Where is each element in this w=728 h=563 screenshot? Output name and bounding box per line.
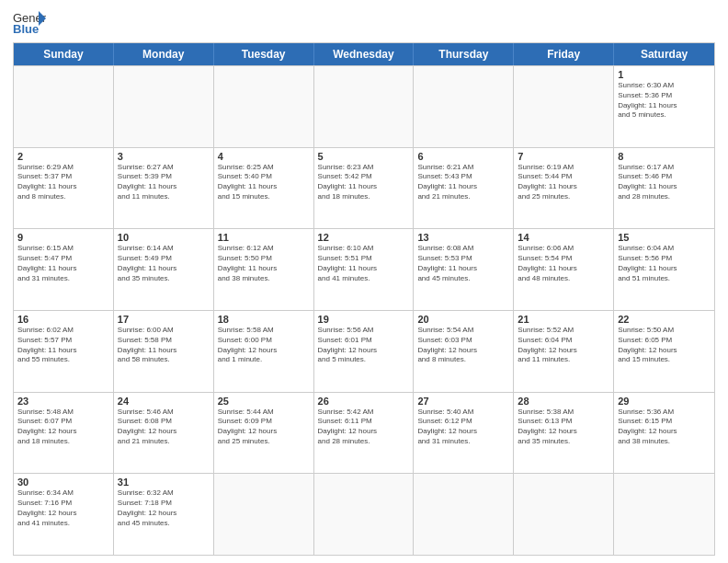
day-info: Sunrise: 6:04 AM Sunset: 5:56 PM Dayligh…	[618, 244, 711, 283]
calendar-cell-2-6: 15Sunrise: 6:04 AM Sunset: 5:56 PM Dayli…	[614, 229, 714, 310]
calendar-cell-3-6: 22Sunrise: 5:50 AM Sunset: 6:05 PM Dayli…	[614, 311, 714, 392]
day-number: 23	[17, 396, 109, 407]
day-info: Sunrise: 6:21 AM Sunset: 5:43 PM Dayligh…	[417, 163, 509, 202]
calendar-row-5: 30Sunrise: 6:34 AM Sunset: 7:16 PM Dayli…	[14, 473, 714, 555]
day-info: Sunrise: 6:10 AM Sunset: 5:51 PM Dayligh…	[318, 244, 410, 283]
day-number: 13	[417, 232, 509, 243]
calendar-cell-2-3: 12Sunrise: 6:10 AM Sunset: 5:51 PM Dayli…	[314, 229, 415, 310]
calendar-cell-3-3: 19Sunrise: 5:56 AM Sunset: 6:01 PM Dayli…	[314, 311, 415, 392]
calendar-cell-2-4: 13Sunrise: 6:08 AM Sunset: 5:53 PM Dayli…	[414, 229, 514, 310]
day-number: 4	[218, 151, 310, 162]
day-info: Sunrise: 5:56 AM Sunset: 6:01 PM Dayligh…	[318, 326, 410, 365]
calendar-cell-5-1: 31Sunrise: 6:32 AM Sunset: 7:18 PM Dayli…	[114, 474, 214, 555]
calendar-cell-0-5	[514, 66, 614, 147]
calendar-cell-2-1: 10Sunrise: 6:14 AM Sunset: 5:49 PM Dayli…	[114, 229, 214, 310]
calendar-cell-3-5: 21Sunrise: 5:52 AM Sunset: 6:04 PM Dayli…	[514, 311, 614, 392]
day-number: 14	[518, 232, 609, 243]
calendar-cell-1-5: 7Sunrise: 6:19 AM Sunset: 5:44 PM Daylig…	[514, 148, 614, 229]
calendar-cell-5-3	[314, 474, 415, 555]
day-number: 28	[518, 396, 609, 407]
day-number: 27	[417, 396, 509, 407]
day-info: Sunrise: 5:38 AM Sunset: 6:13 PM Dayligh…	[518, 408, 609, 447]
header-day-thursday: Thursday	[414, 43, 514, 65]
day-info: Sunrise: 6:06 AM Sunset: 5:54 PM Dayligh…	[518, 244, 609, 283]
page-header: General Blue	[13, 9, 715, 37]
day-info: Sunrise: 6:02 AM Sunset: 5:57 PM Dayligh…	[17, 326, 109, 365]
calendar-row-2: 9Sunrise: 6:15 AM Sunset: 5:47 PM Daylig…	[14, 228, 714, 310]
calendar-cell-0-4	[414, 66, 514, 147]
day-number: 9	[17, 232, 109, 243]
calendar-row-4: 23Sunrise: 5:48 AM Sunset: 6:07 PM Dayli…	[14, 392, 714, 474]
day-info: Sunrise: 6:08 AM Sunset: 5:53 PM Dayligh…	[417, 244, 509, 283]
svg-text:Blue: Blue	[13, 22, 39, 36]
header-day-saturday: Saturday	[614, 43, 714, 65]
day-number: 31	[118, 477, 210, 488]
day-number: 26	[318, 396, 410, 407]
day-info: Sunrise: 5:44 AM Sunset: 6:09 PM Dayligh…	[218, 408, 310, 447]
calendar-cell-4-3: 26Sunrise: 5:42 AM Sunset: 6:11 PM Dayli…	[314, 393, 415, 474]
calendar-cell-1-6: 8Sunrise: 6:17 AM Sunset: 5:46 PM Daylig…	[614, 148, 714, 229]
day-info: Sunrise: 5:48 AM Sunset: 6:07 PM Dayligh…	[17, 408, 109, 447]
day-number: 22	[618, 314, 711, 325]
calendar-cell-3-1: 17Sunrise: 6:00 AM Sunset: 5:58 PM Dayli…	[114, 311, 214, 392]
calendar-cell-5-5	[514, 474, 614, 555]
day-number: 8	[618, 151, 711, 162]
day-number: 1	[618, 69, 711, 80]
calendar-cell-4-1: 24Sunrise: 5:46 AM Sunset: 6:08 PM Dayli…	[114, 393, 214, 474]
calendar-cell-1-3: 5Sunrise: 6:23 AM Sunset: 5:42 PM Daylig…	[314, 148, 415, 229]
calendar-cell-0-2	[214, 66, 314, 147]
day-number: 7	[518, 151, 609, 162]
day-number: 15	[618, 232, 711, 243]
calendar-cell-4-4: 27Sunrise: 5:40 AM Sunset: 6:12 PM Dayli…	[414, 393, 514, 474]
day-number: 2	[17, 151, 109, 162]
calendar-cell-1-1: 3Sunrise: 6:27 AM Sunset: 5:39 PM Daylig…	[114, 148, 214, 229]
calendar-cell-4-0: 23Sunrise: 5:48 AM Sunset: 6:07 PM Dayli…	[14, 393, 114, 474]
day-number: 16	[17, 314, 109, 325]
day-info: Sunrise: 6:00 AM Sunset: 5:58 PM Dayligh…	[118, 326, 210, 365]
day-number: 12	[318, 232, 410, 243]
calendar-row-1: 2Sunrise: 6:29 AM Sunset: 5:37 PM Daylig…	[14, 147, 714, 229]
day-info: Sunrise: 5:40 AM Sunset: 6:12 PM Dayligh…	[417, 408, 509, 447]
day-number: 5	[318, 151, 410, 162]
header-day-wednesday: Wednesday	[314, 43, 415, 65]
day-info: Sunrise: 6:32 AM Sunset: 7:18 PM Dayligh…	[118, 488, 210, 528]
header-day-friday: Friday	[514, 43, 614, 65]
calendar-cell-5-4	[414, 474, 514, 555]
calendar-cell-0-0	[14, 66, 114, 147]
day-number: 10	[118, 232, 210, 243]
logo: General Blue	[13, 9, 46, 37]
calendar-cell-0-6: 1Sunrise: 6:30 AM Sunset: 5:36 PM Daylig…	[614, 66, 714, 147]
calendar-cell-4-5: 28Sunrise: 5:38 AM Sunset: 6:13 PM Dayli…	[514, 393, 614, 474]
day-number: 21	[518, 314, 609, 325]
day-info: Sunrise: 6:30 AM Sunset: 5:36 PM Dayligh…	[618, 81, 711, 121]
day-info: Sunrise: 6:23 AM Sunset: 5:42 PM Dayligh…	[318, 163, 410, 202]
calendar-cell-3-0: 16Sunrise: 6:02 AM Sunset: 5:57 PM Dayli…	[14, 311, 114, 392]
day-info: Sunrise: 6:17 AM Sunset: 5:46 PM Dayligh…	[618, 163, 711, 202]
day-info: Sunrise: 6:15 AM Sunset: 5:47 PM Dayligh…	[17, 244, 109, 283]
day-number: 20	[417, 314, 509, 325]
day-number: 18	[218, 314, 310, 325]
day-number: 25	[218, 396, 310, 407]
day-info: Sunrise: 5:50 AM Sunset: 6:05 PM Dayligh…	[618, 326, 711, 365]
logo-icon: General Blue	[13, 9, 46, 37]
day-number: 29	[618, 396, 711, 407]
calendar-cell-1-4: 6Sunrise: 6:21 AM Sunset: 5:43 PM Daylig…	[414, 148, 514, 229]
calendar-cell-3-2: 18Sunrise: 5:58 AM Sunset: 6:00 PM Dayli…	[214, 311, 314, 392]
header-day-tuesday: Tuesday	[214, 43, 314, 65]
day-info: Sunrise: 5:52 AM Sunset: 6:04 PM Dayligh…	[518, 326, 609, 365]
calendar-cell-2-2: 11Sunrise: 6:12 AM Sunset: 5:50 PM Dayli…	[214, 229, 314, 310]
day-info: Sunrise: 5:46 AM Sunset: 6:08 PM Dayligh…	[118, 408, 210, 447]
calendar-row-3: 16Sunrise: 6:02 AM Sunset: 5:57 PM Dayli…	[14, 310, 714, 392]
header-day-monday: Monday	[114, 43, 214, 65]
calendar-body: 1Sunrise: 6:30 AM Sunset: 5:36 PM Daylig…	[14, 65, 714, 555]
day-info: Sunrise: 5:58 AM Sunset: 6:00 PM Dayligh…	[218, 326, 310, 365]
day-number: 24	[118, 396, 210, 407]
calendar-cell-2-5: 14Sunrise: 6:06 AM Sunset: 5:54 PM Dayli…	[514, 229, 614, 310]
day-info: Sunrise: 6:12 AM Sunset: 5:50 PM Dayligh…	[218, 244, 310, 283]
day-info: Sunrise: 5:42 AM Sunset: 6:11 PM Dayligh…	[318, 408, 410, 447]
day-info: Sunrise: 5:54 AM Sunset: 6:03 PM Dayligh…	[417, 326, 509, 365]
calendar-header: SundayMondayTuesdayWednesdayThursdayFrid…	[14, 43, 714, 65]
calendar: SundayMondayTuesdayWednesdayThursdayFrid…	[13, 42, 715, 556]
calendar-cell-4-2: 25Sunrise: 5:44 AM Sunset: 6:09 PM Dayli…	[214, 393, 314, 474]
day-info: Sunrise: 6:34 AM Sunset: 7:16 PM Dayligh…	[17, 488, 109, 528]
